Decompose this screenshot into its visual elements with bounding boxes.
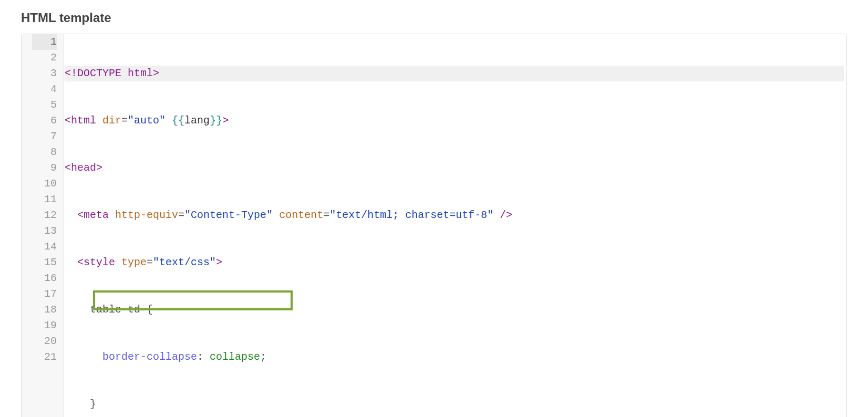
- line-number: 20: [32, 333, 57, 349]
- line-number: 3: [32, 66, 57, 81]
- line-number: 2: [32, 50, 57, 66]
- code-line: <meta http-equiv="Content-Type" content=…: [65, 207, 844, 223]
- code-line: <html dir="auto" {{lang}}>: [65, 113, 844, 129]
- code-editor[interactable]: 1 2 3 4 5 6 7 8 9 10 11 12 13 14 15 16 1…: [21, 34, 847, 417]
- code-line: <head>: [65, 160, 844, 176]
- line-number: 13: [32, 223, 57, 239]
- line-number: 1: [32, 34, 57, 50]
- line-number: 5: [32, 97, 57, 113]
- code-content[interactable]: <!DOCTYPE html> <html dir="auto" {{lang}…: [64, 34, 846, 417]
- line-number: 18: [32, 302, 57, 318]
- line-number: 9: [32, 160, 57, 176]
- line-number: 14: [32, 239, 57, 255]
- line-number: 10: [32, 176, 57, 192]
- line-number: 17: [32, 286, 57, 302]
- code-line: <!DOCTYPE html>: [65, 66, 844, 81]
- section-title: HTML template: [21, 11, 847, 25]
- line-number: 8: [32, 144, 57, 160]
- code-line: border-collapse: collapse;: [65, 349, 844, 365]
- line-gutter: 1 2 3 4 5 6 7 8 9 10 11 12 13 14 15 16 1…: [22, 34, 64, 417]
- line-number: 6: [32, 113, 57, 129]
- line-number: 12: [32, 207, 57, 223]
- code-line: <style type="text/css">: [65, 255, 844, 270]
- code-line: }: [65, 397, 844, 412]
- line-number: 19: [32, 318, 57, 333]
- line-number: 7: [32, 129, 57, 144]
- code-line: table td {: [65, 302, 844, 318]
- line-number: 21: [32, 349, 57, 365]
- line-number: 15: [32, 255, 57, 270]
- line-number: 4: [32, 81, 57, 97]
- line-number: 11: [32, 192, 57, 207]
- line-number: 16: [32, 270, 57, 286]
